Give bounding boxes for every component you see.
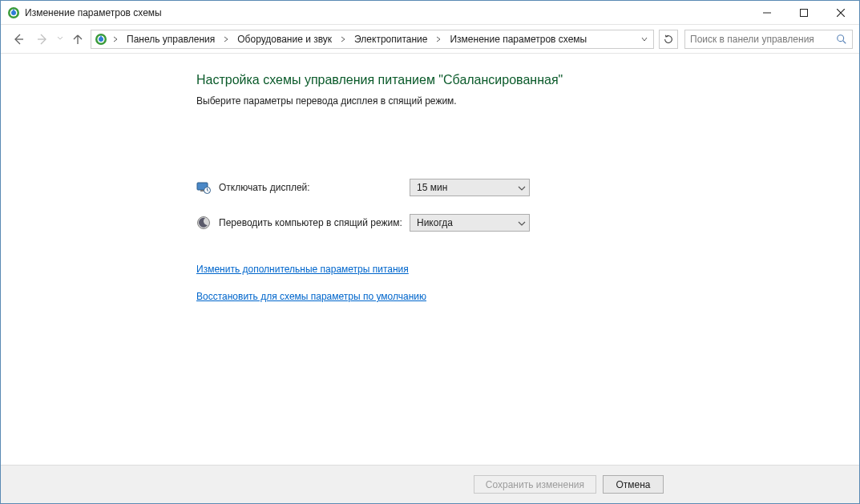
sleep-moon-icon <box>196 216 211 230</box>
chevron-right-icon[interactable] <box>337 36 349 42</box>
title-bar: Изменение параметров схемы <box>1 1 859 25</box>
setting-sleep: Переводить компьютер в спящий режим: Ник… <box>196 214 821 232</box>
window-title: Изменение параметров схемы <box>25 7 162 18</box>
dropdown-value: 15 мин <box>417 182 518 193</box>
footer-bar: Сохранить изменения Отмена <box>1 465 859 503</box>
chevron-right-icon[interactable] <box>109 36 122 42</box>
breadcrumb-item[interactable]: Оборудование и звук <box>232 30 337 48</box>
breadcrumb-item[interactable]: Панель управления <box>122 30 220 48</box>
advanced-settings-link[interactable]: Изменить дополнительные параметры питани… <box>196 264 821 275</box>
svg-rect-8 <box>100 35 102 38</box>
content-area: Настройка схемы управления питанием "Сба… <box>1 54 859 503</box>
restore-defaults-link[interactable]: Восстановить для схемы параметры по умол… <box>196 291 821 302</box>
cancel-button[interactable]: Отмена <box>603 475 664 494</box>
display-timer-icon <box>196 180 211 195</box>
power-options-icon <box>7 6 20 19</box>
svg-rect-4 <box>801 9 808 16</box>
main-panel: Настройка схемы управления питанием "Сба… <box>1 54 859 465</box>
dropdown-value: Никогда <box>417 217 518 228</box>
breadcrumb-item[interactable]: Электропитание <box>349 30 432 48</box>
svg-point-9 <box>838 34 844 41</box>
navigation-bar: Панель управления Оборудование и звук Эл… <box>1 25 859 54</box>
page-subtext: Выберите параметры перевода дисплея в сп… <box>196 95 821 107</box>
page-heading: Настройка схемы управления питанием "Сба… <box>196 73 821 87</box>
chevron-down-icon <box>518 183 526 192</box>
svg-rect-3 <box>13 9 14 12</box>
setting-label: Переводить компьютер в спящий режим: <box>219 217 410 228</box>
back-button[interactable] <box>7 28 30 50</box>
setting-turn-off-display: Отключать дисплей: 15 мин <box>196 179 821 196</box>
search-placeholder: Поиск в панели управления <box>690 34 836 45</box>
up-button[interactable] <box>67 28 89 50</box>
forward-button[interactable] <box>31 28 54 50</box>
setting-label: Отключать дисплей: <box>219 182 410 193</box>
links-section: Изменить дополнительные параметры питани… <box>196 264 821 302</box>
chevron-right-icon[interactable] <box>432 36 445 42</box>
sleep-timeout-dropdown[interactable]: Никогда <box>410 214 530 232</box>
recent-locations-button[interactable] <box>55 34 65 43</box>
search-input[interactable]: Поиск в панели управления <box>684 30 853 49</box>
close-button[interactable] <box>822 1 859 25</box>
address-bar[interactable]: Панель управления Оборудование и звук Эл… <box>91 30 654 49</box>
refresh-button[interactable] <box>659 30 678 49</box>
chevron-down-icon <box>518 219 526 227</box>
chevron-down-icon[interactable] <box>637 30 652 48</box>
display-timeout-dropdown[interactable]: 15 мин <box>410 179 530 196</box>
minimize-button[interactable] <box>749 1 785 25</box>
breadcrumb-item[interactable]: Изменение параметров схемы <box>445 30 592 48</box>
chevron-right-icon[interactable] <box>220 36 232 42</box>
search-icon <box>836 34 847 45</box>
save-button[interactable]: Сохранить изменения <box>474 475 596 494</box>
maximize-button[interactable] <box>785 1 822 25</box>
power-options-icon <box>95 33 107 46</box>
